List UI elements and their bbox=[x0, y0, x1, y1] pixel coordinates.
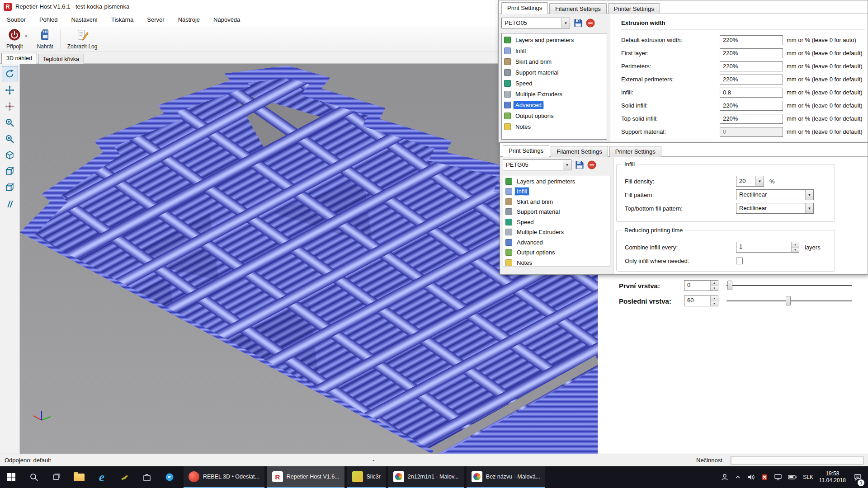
tree-item[interactable]: Notes bbox=[503, 121, 606, 132]
tree-item[interactable]: Infill bbox=[504, 187, 609, 197]
tree-item[interactable]: Notes bbox=[504, 258, 609, 267]
slider-thumb[interactable] bbox=[786, 296, 791, 305]
isometric-view-button[interactable] bbox=[2, 147, 18, 163]
taskbar-app[interactable]: Slic3r bbox=[347, 466, 386, 488]
menu-item[interactable]: Server bbox=[140, 13, 171, 26]
taskbar-app[interactable]: 2n12m1n1 - Malov... bbox=[388, 466, 464, 488]
move-view-button[interactable] bbox=[2, 82, 18, 98]
last-layer-slider[interactable] bbox=[726, 296, 852, 306]
tree-item[interactable]: Multiple Extruders bbox=[504, 227, 609, 238]
taskbar-app[interactable]: Repetier-Host V1.6... bbox=[267, 466, 344, 488]
setting-input[interactable]: 220% bbox=[720, 35, 783, 45]
fill-pattern-dropdown[interactable]: Rectilinear ▼ bbox=[736, 189, 814, 200]
edge-button[interactable]: e bbox=[90, 466, 113, 488]
tree-item[interactable]: Advanced bbox=[503, 99, 606, 110]
menu-item[interactable]: Nástroje bbox=[171, 13, 207, 26]
delete-preset-button[interactable] bbox=[587, 160, 597, 170]
side-view-button[interactable] bbox=[2, 180, 18, 195]
tree-item[interactable]: Multiple Extruders bbox=[503, 89, 606, 99]
settings-tab[interactable]: Printer Settings bbox=[608, 3, 660, 14]
spinner-arrows-icon[interactable]: ▲▼ bbox=[791, 242, 799, 252]
menu-item[interactable]: Pohled bbox=[33, 13, 64, 26]
tree-item[interactable]: Layers and perimeters bbox=[504, 176, 609, 187]
store-button[interactable] bbox=[136, 466, 158, 488]
last-layer-spinbox[interactable]: 60 ▲▼ bbox=[684, 296, 718, 306]
tree-item[interactable]: Support material bbox=[503, 67, 606, 78]
tree-item[interactable]: Speed bbox=[503, 78, 606, 89]
spinner-arrows-icon[interactable]: ▲▼ bbox=[710, 296, 718, 306]
tree-item[interactable]: Output options bbox=[503, 110, 606, 121]
pinned-slic3r-button[interactable] bbox=[113, 466, 136, 488]
load-button[interactable]: Nahrát bbox=[33, 27, 58, 51]
setting-input[interactable]: 0 bbox=[720, 127, 783, 137]
chevron-down-icon[interactable]: ▼ bbox=[563, 160, 571, 170]
combine-infill-input[interactable]: 1 ▲▼ bbox=[736, 242, 799, 253]
tree-item[interactable]: Advanced bbox=[504, 237, 609, 248]
preset-combo[interactable]: PETG05 ▼ bbox=[501, 18, 570, 28]
action-center-button[interactable]: 1 bbox=[852, 466, 863, 488]
start-button[interactable] bbox=[0, 466, 23, 488]
setting-input[interactable]: 220% bbox=[720, 114, 783, 124]
chevron-down-icon[interactable]: ▼ bbox=[755, 176, 764, 186]
slider-thumb[interactable] bbox=[727, 281, 732, 290]
setting-input[interactable]: 220% bbox=[720, 101, 783, 111]
tree-item[interactable]: Output options bbox=[504, 248, 609, 258]
battery-icon[interactable] bbox=[788, 474, 797, 480]
tree-item[interactable]: Support material bbox=[504, 207, 609, 217]
save-preset-button[interactable] bbox=[575, 160, 585, 170]
search-button[interactable] bbox=[23, 466, 45, 488]
chevron-down-icon[interactable]: ▼ bbox=[805, 203, 813, 213]
view-tab[interactable]: Teplotní křivka bbox=[38, 54, 84, 64]
setting-input[interactable]: 220% bbox=[720, 48, 783, 58]
front-view-button[interactable] bbox=[2, 164, 18, 179]
menu-item[interactable]: Soubor bbox=[0, 13, 33, 26]
task-view-button[interactable] bbox=[45, 466, 68, 488]
view-tab[interactable]: 3D náhled bbox=[1, 53, 37, 64]
volume-icon[interactable] bbox=[747, 473, 755, 481]
top-bottom-pattern-dropdown[interactable]: Rectilinear ▼ bbox=[736, 203, 814, 214]
tree-item[interactable]: Infill bbox=[503, 45, 606, 56]
parallel-projection-button[interactable] bbox=[2, 196, 18, 211]
menu-item[interactable]: Nastavení bbox=[64, 13, 104, 26]
tree-item[interactable]: Speed bbox=[504, 217, 609, 227]
messaging-button[interactable] bbox=[158, 466, 181, 488]
fill-density-combo[interactable]: 20 ▼ bbox=[736, 176, 764, 187]
settings-tab[interactable]: Print Settings bbox=[503, 145, 549, 157]
delete-preset-button[interactable] bbox=[585, 18, 595, 28]
tray-expand-icon[interactable] bbox=[735, 474, 741, 480]
rotate-view-button[interactable] bbox=[2, 66, 18, 81]
zoom-button[interactable] bbox=[2, 115, 18, 130]
taskbar-app[interactable]: Bez názvu - Malová... bbox=[467, 466, 545, 488]
first-layer-slider[interactable] bbox=[726, 280, 852, 291]
settings-tab[interactable]: Printer Settings bbox=[609, 146, 661, 157]
zoom-object-button[interactable] bbox=[2, 131, 18, 146]
spinner-arrows-icon[interactable]: ▲▼ bbox=[710, 281, 718, 291]
error-tray-icon[interactable] bbox=[761, 474, 768, 481]
setting-input[interactable]: 220% bbox=[720, 61, 783, 71]
setting-input[interactable]: 0.8 bbox=[720, 88, 783, 98]
first-layer-spinbox[interactable]: 0 ▲▼ bbox=[684, 280, 718, 291]
move-object-button[interactable] bbox=[2, 99, 18, 114]
chevron-down-icon[interactable]: ▼ bbox=[24, 34, 28, 38]
menu-item[interactable]: Nápověda bbox=[207, 13, 247, 26]
show-log-button[interactable]: Zobrazit Log bbox=[63, 27, 102, 51]
only-infill-checkbox[interactable] bbox=[736, 258, 743, 264]
file-explorer-button[interactable] bbox=[68, 466, 90, 488]
chevron-down-icon[interactable]: ▼ bbox=[561, 18, 570, 28]
clock[interactable]: 19:58 11.04.2018 bbox=[819, 470, 846, 484]
language-indicator[interactable]: SLK bbox=[803, 474, 813, 480]
tree-item[interactable]: Skirt and brim bbox=[504, 197, 609, 207]
settings-tab[interactable]: Print Settings bbox=[501, 2, 548, 14]
people-icon[interactable] bbox=[721, 473, 729, 481]
settings-tab[interactable]: Filament Settings bbox=[549, 3, 606, 14]
tree-item[interactable]: Layers and perimeters bbox=[503, 34, 606, 45]
chevron-down-icon[interactable]: ▼ bbox=[805, 190, 813, 200]
tree-item[interactable]: Skirt and brim bbox=[503, 56, 606, 67]
menu-item[interactable]: Tiskárna bbox=[104, 13, 140, 26]
display-icon[interactable] bbox=[774, 473, 782, 481]
setting-input[interactable]: 220% bbox=[720, 75, 783, 84]
settings-tab[interactable]: Filament Settings bbox=[551, 146, 608, 157]
save-preset-button[interactable] bbox=[573, 18, 583, 28]
connect-button[interactable]: ▼ Připojit bbox=[2, 27, 28, 51]
preset-combo[interactable]: PETG05 ▼ bbox=[503, 160, 571, 170]
